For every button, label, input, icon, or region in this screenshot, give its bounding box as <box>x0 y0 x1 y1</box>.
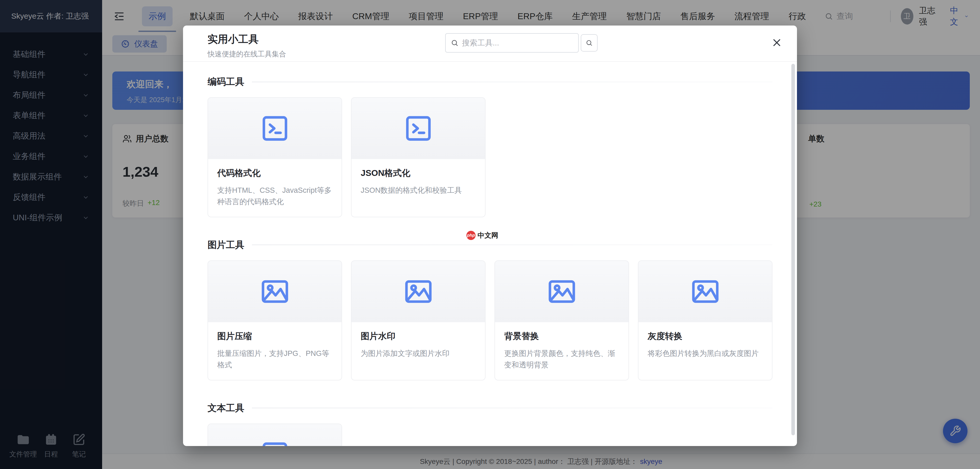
card-title: 图片压缩 <box>217 331 332 342</box>
card-title: 灰度转换 <box>648 331 763 342</box>
tools-modal: 实用小工具 快速便捷的在线工具集合 编码工具 <box>183 25 797 446</box>
close-icon <box>771 37 783 49</box>
app-screen: Skyeye云 作者: 卫志强 基础组件 导航组件 布局组件 表单组件 高级用法 <box>0 0 980 469</box>
modal-scrollbar[interactable] <box>791 64 795 435</box>
tool-card-image-watermark[interactable]: 图片水印 为图片添加文字或图片水印 <box>351 261 485 380</box>
modal-search-field <box>445 33 579 52</box>
section-title: 文本工具 <box>208 402 244 414</box>
terminal-icon <box>260 113 290 143</box>
search-icon <box>451 39 458 47</box>
section-divider <box>252 408 772 408</box>
image-icon <box>403 277 433 307</box>
section-image-tools: 图片工具 <box>208 239 772 251</box>
card-icon-area <box>352 98 485 159</box>
php-badge: php <box>466 231 476 240</box>
coding-tools-cards: 代码格式化 支持HTML、CSS、JavaScript等多种语言的代码格式化 J… <box>208 97 772 217</box>
watermark-label: 中文网 <box>477 231 498 240</box>
modal-search-group <box>445 33 598 52</box>
card-title: 背景替换 <box>504 331 619 342</box>
modal-search-button[interactable] <box>581 34 598 52</box>
tool-card-background-replace[interactable]: 背景替换 更换图片背景颜色，支持纯色、渐变和透明背景 <box>495 261 629 380</box>
modal-search-input[interactable] <box>462 38 573 47</box>
tool-card-json-format[interactable]: JSON格式化 JSON数据的格式化和校验工具 <box>351 97 485 217</box>
card-icon-area <box>208 424 342 446</box>
card-icon-area <box>208 261 342 322</box>
section-title: 图片工具 <box>208 239 244 251</box>
card-title: 代码格式化 <box>217 167 332 179</box>
card-description: 为图片添加文字或图片水印 <box>361 348 476 359</box>
card-description: 支持HTML、CSS、JavaScript等多种语言的代码格式化 <box>217 184 332 208</box>
card-icon-area <box>352 261 485 322</box>
card-text: 背景替换 更换图片背景颜色，支持纯色、渐变和透明背景 <box>495 322 628 380</box>
modal-close-button[interactable] <box>771 37 783 49</box>
card-text: 图片压缩 批量压缩图片，支持JPG、PNG等格式 <box>208 322 342 380</box>
card-description: 更换图片背景颜色，支持纯色、渐变和透明背景 <box>504 348 619 371</box>
card-description: JSON数据的格式化和校验工具 <box>361 184 476 196</box>
image-icon <box>690 277 721 307</box>
card-description: 将彩色图片转换为黑白或灰度图片 <box>648 348 763 359</box>
card-title: 图片水印 <box>361 331 476 342</box>
image-tools-cards: 图片压缩 批量压缩图片，支持JPG、PNG等格式 图片水印 为图片添加文字或图片… <box>208 261 772 380</box>
tool-card-image-compress[interactable]: 图片压缩 批量压缩图片，支持JPG、PNG等格式 <box>208 261 342 380</box>
tool-card-code-format[interactable]: 代码格式化 支持HTML、CSS、JavaScript等多种语言的代码格式化 <box>208 97 342 217</box>
image-icon <box>260 277 290 307</box>
image-icon <box>547 277 577 307</box>
card-text: JSON格式化 JSON数据的格式化和校验工具 <box>352 159 485 205</box>
card-title: JSON格式化 <box>361 167 476 179</box>
card-description: 批量压缩图片，支持JPG、PNG等格式 <box>217 348 332 371</box>
section-coding-tools: 编码工具 <box>208 76 772 88</box>
section-divider <box>252 82 772 82</box>
text-format-icon <box>260 440 290 446</box>
tool-card-text-tool[interactable] <box>208 424 342 446</box>
card-icon-area <box>638 261 772 322</box>
modal-body: 编码工具 代码格式化 支持HTML、CSS、JavaScript等多种语言的代码… <box>183 62 797 446</box>
text-tools-cards <box>208 424 772 446</box>
card-text: 代码格式化 支持HTML、CSS、JavaScript等多种语言的代码格式化 <box>208 159 342 217</box>
php-cn-watermark: php 中文网 <box>466 231 498 240</box>
card-icon-area <box>208 98 342 159</box>
tool-card-grayscale-convert[interactable]: 灰度转换 将彩色图片转换为黑白或灰度图片 <box>638 261 772 380</box>
section-text-tools: 文本工具 <box>208 402 772 414</box>
card-icon-area <box>495 261 628 322</box>
search-icon <box>585 39 593 46</box>
card-text: 图片水印 为图片添加文字或图片水印 <box>352 322 485 369</box>
card-text: 灰度转换 将彩色图片转换为黑白或灰度图片 <box>638 322 772 369</box>
terminal-icon <box>403 113 433 143</box>
modal-header: 实用小工具 快速便捷的在线工具集合 <box>183 25 797 61</box>
section-title: 编码工具 <box>208 76 244 88</box>
section-divider <box>252 245 772 245</box>
